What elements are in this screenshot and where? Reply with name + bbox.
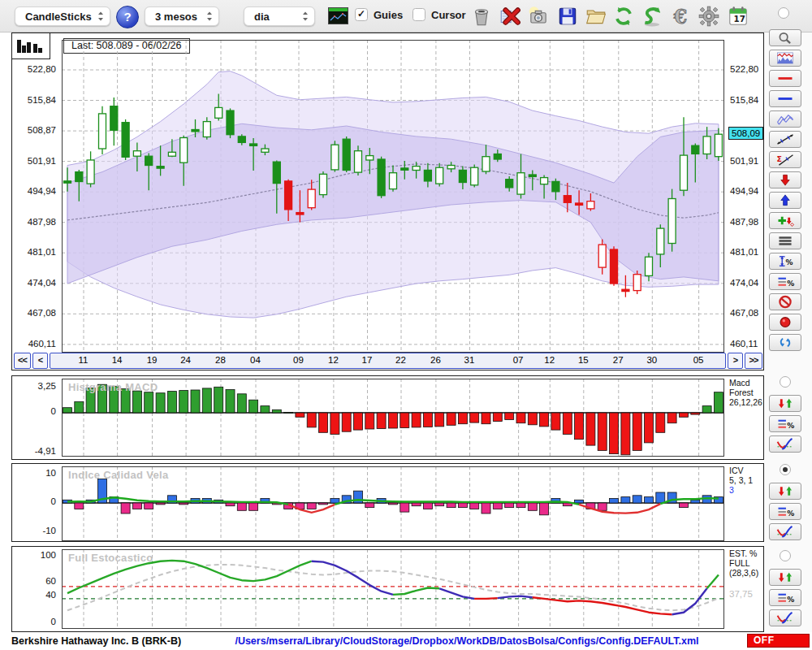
macd-max-tick: 3,25 [12, 381, 56, 391]
date-label: 31 [460, 355, 478, 365]
guies-label: Guies [374, 9, 403, 21]
svg-text:%: % [785, 258, 793, 266]
svg-text:%: % [787, 280, 794, 288]
svg-text:€: € [673, 6, 687, 28]
guies-checkbox[interactable]: ✓ [355, 8, 368, 21]
config-path-link[interactable]: /Users/mserra/Library/CloudStorage/Dropb… [203, 635, 731, 647]
off-toggle-button[interactable]: OFF [747, 634, 810, 648]
scroll-last-button[interactable]: >> [745, 353, 762, 369]
date-label: 11 [75, 355, 93, 365]
price-tick: 508,87 [12, 125, 56, 135]
date-label: 15 [574, 355, 592, 365]
current-price-tag: 508,09 [728, 127, 763, 140]
price-tick: 481,01 [730, 247, 767, 257]
icv-signals-icon[interactable] [769, 483, 801, 500]
blue-hline-icon[interactable] [769, 90, 801, 107]
toolbar-radio[interactable] [778, 7, 789, 19]
scroll-next-button[interactable]: > [728, 353, 743, 369]
chevron-updown-icon [97, 10, 105, 23]
trash-icon[interactable] [469, 5, 494, 28]
macd-signals-icon[interactable] [769, 395, 801, 412]
refresh-icon[interactable] [611, 5, 636, 28]
cursor-checkbox-group: Cursor [412, 8, 466, 21]
stoch-signals-icon[interactable] [769, 569, 801, 586]
stoch-signal-value: 37,75 [729, 589, 753, 599]
stochastic-chart [62, 549, 724, 630]
save-icon[interactable] [555, 5, 580, 28]
period-select[interactable]: 3 mesos [145, 6, 219, 26]
macd-oscillator-icon[interactable] [769, 436, 801, 453]
zoom-icon[interactable] [769, 29, 801, 46]
macd-zero-tick: 0 [12, 406, 56, 416]
icv-retracement-percent-icon[interactable]: % [769, 503, 801, 520]
sync-icon[interactable] [640, 5, 664, 28]
settings-gear-icon[interactable] [697, 5, 721, 28]
indicator-panel-icon[interactable] [769, 50, 801, 67]
histogram-style-icon[interactable] [12, 33, 50, 59]
sum-trendline-icon[interactable]: Σ [769, 151, 801, 168]
price-tick: 515,84 [730, 95, 767, 105]
chart-type-select[interactable]: CandleSticks [15, 6, 110, 26]
measure-percent-icon[interactable]: % [769, 253, 801, 270]
date-scrollbar[interactable]: 111419242804091217222631071215273005 [50, 353, 726, 369]
chevron-updown-icon [205, 10, 214, 23]
red-hline-icon[interactable] [769, 70, 801, 87]
price-tick: 474,04 [730, 278, 767, 288]
guies-checkbox-group: ✓ Guies [355, 8, 403, 21]
macd-panel: 3,25 0 -4,91 Histgrama MACD Macd Forest … [11, 375, 764, 460]
icv-oscillator-icon[interactable] [769, 523, 801, 540]
stoch-0-tick: 0 [12, 617, 56, 626]
swap-icon[interactable] [769, 334, 801, 351]
euro-icon[interactable]: € [669, 5, 693, 28]
open-folder-icon[interactable] [584, 5, 608, 28]
channel-icon[interactable] [769, 110, 801, 128]
stoch-right-label: EST. % FULL (28,3,6) [729, 548, 758, 578]
macd-panel-radio[interactable] [780, 376, 791, 388]
delete-icon[interactable] [498, 5, 522, 28]
stoch-100-tick: 100 [12, 550, 56, 560]
snapshot-icon[interactable] [526, 5, 551, 28]
stoch-watermark: Full Estocastico [68, 552, 153, 564]
record-icon[interactable] [769, 314, 801, 331]
buy-arrow-icon[interactable] [769, 192, 801, 209]
status-bar: Berkshire Hathaway Inc. B (BRK-B) /Users… [0, 632, 812, 650]
stoch-retracement-percent-icon[interactable]: % [769, 589, 801, 606]
macd-watermark: Histgrama MACD [68, 381, 158, 393]
cursor-label: Cursor [431, 9, 466, 21]
price-tick: 522,80 [12, 64, 56, 74]
period-value: 3 mesos [155, 11, 197, 23]
date-label: 24 [177, 355, 195, 365]
scroll-first-button[interactable]: << [14, 353, 31, 369]
macd-right-label: Macd Forest 26,12,26 [729, 378, 762, 407]
cursor-checkbox[interactable] [412, 8, 425, 21]
price-tick: 467,08 [730, 308, 767, 318]
price-tick: 522,80 [730, 64, 767, 74]
macd-retracement-percent-icon[interactable]: % [769, 415, 801, 432]
scroll-prev-button[interactable]: < [32, 353, 48, 369]
date-label: 09 [289, 355, 307, 365]
stoch-40-tick: 40 [12, 590, 56, 600]
stochastic-panel: 100 60 40 0 Full Estocastico EST. % FULL… [11, 546, 764, 632]
candlestick-chart[interactable] [62, 40, 724, 353]
stoch-panel-radio[interactable] [780, 550, 791, 561]
chart-preview-icon[interactable] [328, 7, 348, 24]
date-label: 17 [358, 355, 376, 365]
symbol-name: Berkshire Hathaway Inc. B (BRK-B) [11, 635, 181, 647]
date-label: 12 [324, 355, 342, 365]
trendline-icon[interactable] [769, 131, 801, 148]
interval-select[interactable]: dia [244, 6, 315, 26]
price-tick: 481,01 [12, 247, 56, 257]
icv-panel-radio[interactable] [780, 464, 791, 475]
date-label: 12 [541, 355, 559, 365]
sell-arrow-icon[interactable] [769, 171, 801, 188]
icv-watermark: IndIce Calidad Vela [68, 469, 168, 481]
calendar-icon[interactable]: 17 [726, 5, 750, 28]
date-label: 28 [212, 355, 230, 365]
help-button[interactable]: ? [116, 6, 139, 28]
disable-icon[interactable] [769, 293, 801, 310]
retracement-percent-icon[interactable]: % [769, 273, 801, 290]
add-marker-icon[interactable] [769, 212, 801, 229]
levels-icon[interactable] [769, 232, 801, 249]
toolbar: CandleSticks ? 3 mesos dia ✓ Guies Curso… [0, 0, 812, 32]
stoch-oscillator-icon[interactable] [769, 609, 801, 626]
